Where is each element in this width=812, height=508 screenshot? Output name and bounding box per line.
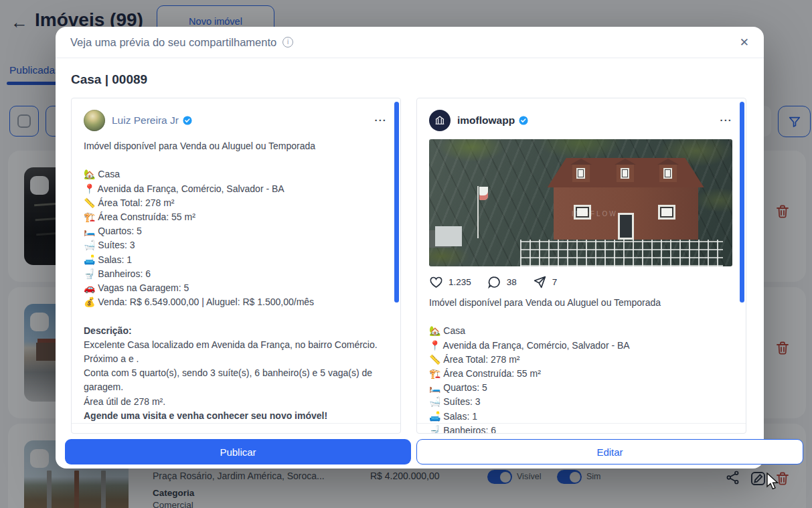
post-text-line: 🛁 Suítes: 3 bbox=[84, 238, 387, 252]
post-header: imoflowapp ... bbox=[429, 108, 732, 133]
shed-shape bbox=[435, 226, 462, 246]
verified-badge-icon bbox=[183, 116, 192, 125]
post-text-line: Excelente Casa localizado em Avenida da … bbox=[84, 338, 387, 352]
flag-shape bbox=[479, 187, 488, 200]
building-logo-icon bbox=[434, 114, 446, 126]
post-text-line: Conta com 5 quarto(s), sendo 3 suíte(s),… bbox=[84, 366, 387, 394]
post-text-line: 🚗 Vagas na Garagem: 5 bbox=[84, 281, 387, 295]
post-text-line: Imóvel disponível para Venda ou Aluguel … bbox=[84, 139, 387, 153]
post-text-line: Próximo a e . bbox=[84, 352, 387, 366]
author-name[interactable]: imoflowapp bbox=[457, 114, 515, 126]
avatar bbox=[429, 110, 451, 131]
post-text-line: 🏡 Casa bbox=[84, 167, 387, 181]
dormer-shape bbox=[659, 165, 677, 182]
post-text-line bbox=[84, 153, 387, 167]
avatar bbox=[84, 110, 105, 131]
comment-button[interactable] bbox=[487, 275, 501, 289]
likes-count: 1.235 bbox=[449, 277, 471, 287]
window-shape bbox=[658, 205, 675, 220]
send-icon bbox=[533, 275, 547, 289]
scrollbar[interactable] bbox=[394, 102, 399, 303]
post-text-line bbox=[429, 310, 732, 324]
info-icon[interactable]: i bbox=[282, 37, 293, 48]
app-window: ← Imóveis (99) Novo imóvel Publicadas 50… bbox=[0, 0, 812, 508]
post-text-line: 🏡 Casa bbox=[429, 324, 732, 338]
post-text-line: 📏 Área Total: 278 m² bbox=[84, 196, 387, 210]
modal-title: Veja uma prévia do seu compartilhamento bbox=[70, 36, 276, 49]
post-text-line: 🏗️ Área Construída: 55 m² bbox=[84, 210, 387, 224]
post-text: Imóvel disponível para Venda ou Aluguel … bbox=[429, 296, 732, 434]
share-preview-modal: Veja uma prévia do seu compartilhamento … bbox=[56, 27, 764, 469]
dormer-shape bbox=[572, 165, 590, 182]
like-button[interactable] bbox=[429, 275, 443, 289]
heart-icon bbox=[429, 275, 443, 289]
post-text-line: 🛋️ Salas: 1 bbox=[84, 253, 387, 267]
mouse-cursor bbox=[766, 473, 779, 491]
post-text-line: 📍 Avenida da França, Comércio, Salvador … bbox=[84, 182, 387, 196]
post-text-line: 🛏️ Quartos: 5 bbox=[429, 381, 732, 395]
post-text-line: 📍 Avenida da França, Comércio, Salvador … bbox=[429, 339, 732, 353]
shares-count: 7 bbox=[552, 277, 558, 287]
post-menu-icon[interactable]: ... bbox=[720, 115, 732, 126]
dormer-shape bbox=[617, 165, 634, 182]
fence-shape bbox=[520, 240, 724, 266]
post-text-line: Área útil de 278 m². bbox=[84, 395, 387, 409]
post-text-line: 🏗️ Área Construída: 55 m² bbox=[429, 367, 732, 381]
post-text-line bbox=[84, 309, 387, 323]
post-text-line: 🚽 Banheiros: 6 bbox=[429, 424, 732, 434]
edit-modal-button[interactable]: Editar bbox=[416, 439, 803, 464]
post-text-line: 🛋️ Salas: 1 bbox=[429, 410, 732, 424]
property-photo-large: IMOFLOW bbox=[429, 139, 732, 266]
post-text-line: 🛁 Suítes: 3 bbox=[429, 395, 732, 409]
post-text-line: 🚽 Banheiros: 6 bbox=[84, 267, 387, 281]
modal-header: Veja uma prévia do seu compartilhamento … bbox=[56, 27, 764, 58]
comments-count: 38 bbox=[507, 277, 517, 287]
post-text-line: Descrição: bbox=[84, 324, 387, 338]
post-text-line: Imóvel disponível para Venda ou Aluguel … bbox=[429, 296, 732, 310]
post-text-line: Agende uma visita e venha conhecer seu n… bbox=[84, 409, 387, 423]
property-heading: Casa | 00089 bbox=[71, 72, 147, 87]
door-shape bbox=[618, 213, 634, 240]
author-name[interactable]: Luiz Pereira Jr bbox=[112, 114, 179, 126]
comment-icon bbox=[487, 275, 501, 289]
post-stats-row: 1.235 38 7 bbox=[429, 275, 732, 289]
image-watermark: IMOFLOW bbox=[572, 210, 618, 218]
post-menu-icon[interactable]: ... bbox=[374, 115, 387, 126]
share-post-button[interactable] bbox=[533, 275, 547, 289]
facebook-post-preview: Luiz Pereira Jr ... Imóvel disponível pa… bbox=[71, 98, 401, 434]
post-text: Imóvel disponível para Venda ou Aluguel … bbox=[84, 139, 387, 423]
post-text-line: 💰 Venda: R$ 6.549.000,00 | Aluguel: R$ 1… bbox=[84, 295, 387, 309]
verified-badge-icon bbox=[519, 116, 528, 125]
scrollbar[interactable] bbox=[740, 102, 744, 303]
post-text-line: 🛏️ Quartos: 5 bbox=[84, 224, 387, 238]
publish-button[interactable]: Publicar bbox=[65, 439, 411, 464]
close-icon[interactable]: ✕ bbox=[740, 35, 749, 50]
post-text-line: 📏 Área Total: 278 m² bbox=[429, 353, 732, 367]
post-header: Luiz Pereira Jr ... bbox=[84, 108, 387, 133]
instagram-post-preview: imoflowapp ... IMOFLOW bbox=[416, 98, 746, 434]
